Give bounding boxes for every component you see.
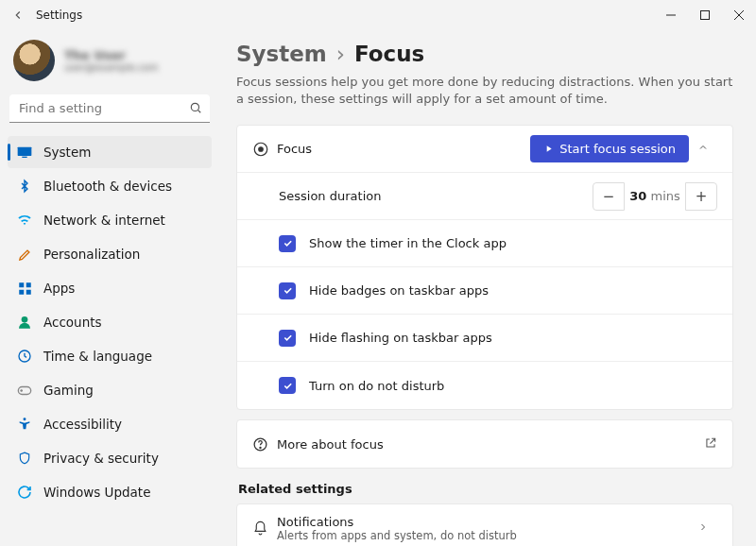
- session-duration-row: Session duration − 30 mins +: [237, 173, 732, 220]
- wu-icon: [17, 485, 32, 500]
- checkbox-checked-icon[interactable]: [279, 235, 296, 252]
- back-button[interactable]: [8, 5, 28, 26]
- notifications-title: Notifications: [277, 515, 689, 529]
- minimize-button[interactable]: [654, 0, 688, 30]
- svg-rect-7: [26, 289, 30, 294]
- sidebar-item-label: Bluetooth & devices: [43, 179, 172, 194]
- checkbox-checked-icon[interactable]: [279, 377, 296, 394]
- svg-rect-4: [19, 282, 24, 287]
- svg-rect-5: [26, 282, 30, 287]
- priv-icon: [17, 451, 32, 466]
- focus-header-label: Focus: [277, 142, 530, 156]
- net-icon: [17, 213, 32, 228]
- sidebar-item-wu[interactable]: Windows Update: [8, 476, 212, 508]
- time-icon: [17, 349, 32, 364]
- svg-point-8: [22, 316, 28, 323]
- main-content: System › Focus Focus sessions help you g…: [219, 30, 756, 546]
- svg-point-13: [259, 147, 264, 152]
- sidebar-item-label: Windows Update: [43, 485, 150, 500]
- profile[interactable]: The User user@example.com: [8, 36, 212, 94]
- focus-option-label: Hide flashing on taskbar apps: [309, 331, 717, 345]
- titlebar: Settings: [0, 0, 756, 30]
- focus-icon: [252, 141, 277, 158]
- focus-option-row[interactable]: Hide badges on taskbar apps: [237, 267, 732, 315]
- profile-name: The User: [64, 48, 158, 62]
- sidebar-item-label: Time & language: [43, 349, 152, 364]
- focus-option-label: Turn on do not disturb: [309, 379, 717, 393]
- sidebar-item-label: Accounts: [43, 315, 102, 330]
- sidebar-item-apps[interactable]: Apps: [8, 272, 212, 304]
- duration-stepper: − 30 mins +: [593, 182, 717, 211]
- sidebar-item-pers[interactable]: Personalization: [8, 238, 212, 270]
- search-icon: [189, 101, 202, 117]
- focus-option-label: Hide badges on taskbar apps: [309, 283, 717, 298]
- duration-value: 30 mins: [625, 189, 685, 203]
- svg-point-11: [24, 418, 26, 420]
- close-button[interactable]: [722, 0, 756, 30]
- session-duration-label: Session duration: [279, 189, 593, 203]
- pers-icon: [17, 247, 32, 262]
- breadcrumb-separator: ›: [336, 42, 345, 66]
- focus-card: Focus Start focus session Session durati…: [236, 125, 733, 410]
- profile-email: user@example.com: [64, 62, 158, 73]
- focus-header-row[interactable]: Focus Start focus session: [237, 126, 732, 173]
- sidebar-item-system[interactable]: System: [8, 136, 212, 168]
- open-link-icon: [704, 436, 717, 452]
- svg-rect-3: [22, 157, 26, 158]
- start-focus-session-button[interactable]: Start focus session: [530, 135, 689, 162]
- help-icon: [252, 436, 277, 452]
- chevron-up-icon[interactable]: [689, 142, 717, 156]
- acc-icon: [17, 417, 32, 432]
- app-title: Settings: [36, 9, 82, 22]
- sidebar-item-bt[interactable]: Bluetooth & devices: [8, 170, 212, 202]
- related-settings-heading: Related settings: [238, 482, 733, 496]
- bt-icon: [17, 179, 32, 194]
- sidebar-item-label: Network & internet: [43, 213, 165, 228]
- page-description: Focus sessions help you get more done by…: [236, 74, 733, 108]
- sidebar-item-label: Accessibility: [43, 417, 122, 432]
- sidebar-item-label: Privacy & security: [43, 451, 159, 466]
- svg-point-1: [191, 103, 198, 111]
- game-icon: [17, 383, 32, 398]
- more-about-focus-label: More about focus: [277, 437, 704, 452]
- more-about-focus-row[interactable]: More about focus: [236, 419, 733, 469]
- svg-rect-6: [19, 289, 24, 294]
- acct-icon: [17, 315, 32, 330]
- sidebar-item-label: Gaming: [43, 383, 94, 398]
- duration-decrease-button[interactable]: −: [593, 182, 625, 211]
- chevron-right-icon: [689, 521, 717, 536]
- sidebar-item-time[interactable]: Time & language: [8, 340, 212, 372]
- duration-increase-button[interactable]: +: [685, 182, 717, 211]
- sidebar-item-label: Apps: [43, 281, 75, 296]
- avatar: [13, 40, 55, 81]
- notifications-row[interactable]: Notifications Alerts from apps and syste…: [236, 503, 733, 546]
- sidebar-item-acc[interactable]: Accessibility: [8, 408, 212, 440]
- sidebar-item-net[interactable]: Network & internet: [8, 204, 212, 236]
- svg-rect-2: [18, 147, 32, 156]
- svg-rect-0: [701, 11, 710, 20]
- breadcrumb-root[interactable]: System: [236, 42, 327, 66]
- checkbox-checked-icon[interactable]: [279, 330, 296, 347]
- apps-icon: [17, 281, 32, 296]
- sidebar: The User user@example.com SystemBluetoot…: [0, 30, 219, 546]
- notifications-subtitle: Alerts from apps and system, do not dist…: [277, 529, 689, 542]
- sidebar-item-priv[interactable]: Privacy & security: [8, 442, 212, 474]
- sidebar-item-game[interactable]: Gaming: [8, 374, 212, 406]
- focus-option-row[interactable]: Hide flashing on taskbar apps: [237, 315, 732, 362]
- sidebar-item-label: System: [43, 145, 91, 160]
- focus-option-label: Show the timer in the Clock app: [309, 236, 717, 250]
- nav-list: SystemBluetooth & devicesNetwork & inter…: [8, 136, 212, 508]
- focus-option-row[interactable]: Show the timer in the Clock app: [237, 220, 732, 267]
- system-icon: [17, 145, 32, 160]
- sidebar-item-acct[interactable]: Accounts: [8, 306, 212, 338]
- svg-point-15: [260, 447, 261, 448]
- page-title: Focus: [354, 42, 424, 66]
- checkbox-checked-icon[interactable]: [279, 282, 296, 299]
- search-input[interactable]: [9, 94, 210, 123]
- focus-option-row[interactable]: Turn on do not disturb: [237, 362, 732, 409]
- bell-icon: [252, 520, 277, 537]
- breadcrumb: System › Focus: [236, 42, 733, 66]
- sidebar-item-label: Personalization: [43, 247, 140, 262]
- search-field[interactable]: [9, 94, 210, 123]
- maximize-button[interactable]: [688, 0, 722, 30]
